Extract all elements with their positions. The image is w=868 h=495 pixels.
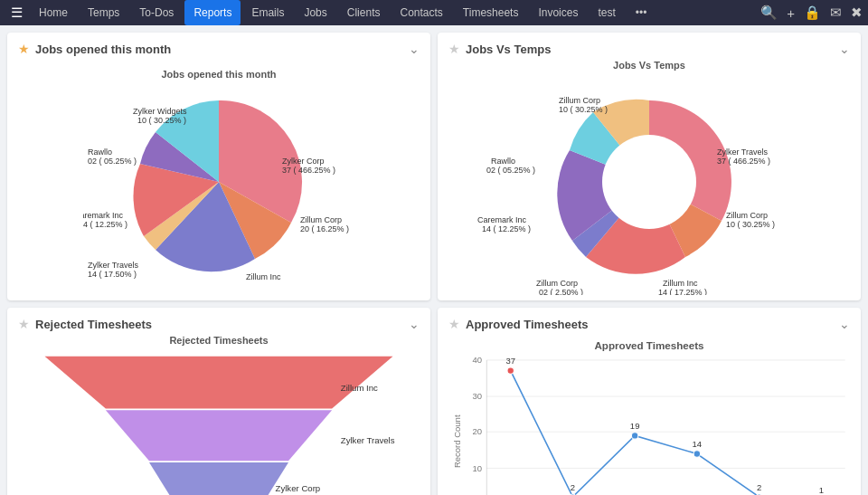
line-chart-approved: Approved Timesheets Record Count 0 10 20… <box>448 335 850 495</box>
svg-text:14 ( 12.25% ): 14 ( 12.25% ) <box>482 224 531 233</box>
card-header-rejected-timesheets: ★ Rejected Timesheets ⌄ <box>18 317 420 331</box>
funnel-chart-rejected: Zillum Inc Zylker Travels Zylker Corp <box>18 347 420 495</box>
svg-point-44 <box>693 451 700 457</box>
chart-area-jobs-vs-temps: Jobs Vs Temps <box>448 60 850 295</box>
expand-icon-approved-timesheets[interactable]: ⌄ <box>839 317 850 331</box>
card-jobs-vs-temps: ★ Jobs Vs Temps ⌄ Jobs Vs Temps <box>438 33 861 300</box>
nav-item-jobs[interactable]: Jobs <box>295 0 335 25</box>
chart-area-jobs-opened: Jobs opened this month <box>18 60 420 295</box>
svg-text:Zylker Corp: Zylker Corp <box>276 483 321 493</box>
nav-item-home[interactable]: Home <box>30 0 77 25</box>
label-zylker-widgets: Zylker Widgets <box>133 107 187 116</box>
svg-point-41 <box>507 367 514 374</box>
chart-title-jobs-opened: Jobs opened this month <box>161 69 276 80</box>
hamburger-icon[interactable]: ☰ <box>5 5 28 21</box>
svg-text:Zillum Corp: Zillum Corp <box>536 279 578 288</box>
svg-text:02 ( 05.25% ): 02 ( 05.25% ) <box>486 166 535 175</box>
label-zylker-travels-pie1: Zylker Travels <box>88 261 139 270</box>
card-jobs-opened: ★ Jobs opened this month ⌄ Jobs opened t… <box>7 33 430 300</box>
chart-area-rejected-timesheets: Rejected Timesheets Zillum Inc Zylker Tr… <box>18 335 420 495</box>
svg-text:14: 14 <box>693 439 703 449</box>
svg-text:2: 2 <box>757 482 761 492</box>
card-header-approved-timesheets: ★ Approved Timesheets ⌄ <box>448 317 850 331</box>
svg-text:37: 37 <box>505 356 515 366</box>
svg-text:14 ( 12.25% ): 14 ( 12.25% ) <box>83 220 127 229</box>
nav-item-temps[interactable]: Temps <box>79 0 128 25</box>
chart-title-jobs-vs-temps: Jobs Vs Temps <box>613 60 685 71</box>
star-icon-4[interactable]: ★ <box>448 317 460 331</box>
expand-icon-jobs-opened[interactable]: ⌄ <box>409 42 420 56</box>
svg-text:Approved Timesheets: Approved Timesheets <box>594 339 703 351</box>
nav-item-emails[interactable]: Emails <box>242 0 293 25</box>
star-icon[interactable]: ★ <box>18 42 30 56</box>
svg-text:Zylker Travels: Zylker Travels <box>341 435 395 445</box>
svg-text:Rawllo: Rawllo <box>491 157 515 166</box>
expand-icon-rejected-timesheets[interactable]: ⌄ <box>409 317 420 331</box>
svg-text:Zillum Inc: Zillum Inc <box>663 279 698 288</box>
svg-text:40: 40 <box>472 355 482 365</box>
nav-item-clients[interactable]: Clients <box>338 0 390 25</box>
svg-text:37 ( 466.25% ): 37 ( 466.25% ) <box>717 157 770 166</box>
svg-text:19: 19 <box>630 421 640 431</box>
expand-icon-jobs-vs-temps[interactable]: ⌄ <box>839 42 850 56</box>
nav-item-contacts[interactable]: Contacts <box>391 0 451 25</box>
notifications-icon[interactable]: 🔒 <box>804 5 821 21</box>
svg-text:14 ( 17.25% ): 14 ( 17.25% ) <box>658 288 707 295</box>
svg-text:Record Count: Record Count <box>452 414 462 468</box>
nav-right: 🔍 + 🔒 ✉ ✖ <box>760 5 863 21</box>
mail-icon[interactable]: ✉ <box>830 5 842 21</box>
svg-text:02 ( 2.50% ): 02 ( 2.50% ) <box>539 288 583 295</box>
svg-marker-24 <box>149 462 288 495</box>
svg-text:02 ( 05.25% ): 02 ( 05.25% ) <box>88 157 137 166</box>
svg-text:30: 30 <box>472 391 482 401</box>
nav-item-test[interactable]: test <box>589 0 624 25</box>
svg-marker-23 <box>106 410 332 461</box>
dashboard: ★ Jobs opened this month ⌄ Jobs opened t… <box>0 25 868 495</box>
label-caremark-pie1: Caremark Inc <box>83 211 124 220</box>
svg-text:20 ( 16.25% ): 20 ( 16.25% ) <box>300 224 349 233</box>
svg-text:10: 10 <box>472 463 482 473</box>
star-icon-2[interactable]: ★ <box>448 42 460 56</box>
svg-text:Zillum Corp: Zillum Corp <box>726 211 768 220</box>
card-title-rejected-timesheets: Rejected Timesheets <box>35 318 152 331</box>
navbar: ☰ Home Temps To-Dos Reports Emails Jobs … <box>0 0 868 25</box>
label-rawllo-pie1: Rawllo <box>88 148 112 157</box>
card-title-approved-timesheets: Approved Timesheets <box>466 318 589 331</box>
card-header-jobs-vs-temps: ★ Jobs Vs Temps ⌄ <box>448 42 850 56</box>
svg-text:10 ( 30.25% ): 10 ( 30.25% ) <box>559 105 608 114</box>
settings-icon[interactable]: ✖ <box>851 5 863 21</box>
nav-item-todos[interactable]: To-Dos <box>130 0 183 25</box>
star-icon-3[interactable]: ★ <box>18 317 30 331</box>
svg-point-7 <box>602 135 696 229</box>
svg-text:1: 1 <box>819 485 824 495</box>
svg-text:Zillum Inc: Zillum Inc <box>341 383 378 393</box>
card-approved-timesheets: ★ Approved Timesheets ⌄ Approved Timeshe… <box>438 308 861 495</box>
card-header-jobs-opened: ★ Jobs opened this month ⌄ <box>18 42 420 56</box>
label-zillum-corp-pie1: Zillum Corp <box>300 215 342 224</box>
card-title-jobs-opened: Jobs opened this month <box>35 43 171 56</box>
svg-text:Zillum Corp: Zillum Corp <box>559 96 600 105</box>
svg-text:37 ( 466.25% ): 37 ( 466.25% ) <box>282 166 335 175</box>
pie-chart-jobs-opened: Zylker Corp 37 ( 466.25% ) Zillum Corp 2… <box>83 82 354 281</box>
nav-item-reports[interactable]: Reports <box>184 0 241 25</box>
nav-item-more[interactable]: ••• <box>627 0 656 25</box>
svg-text:20: 20 <box>472 426 482 436</box>
svg-text:2: 2 <box>571 482 575 492</box>
svg-point-43 <box>631 433 637 439</box>
label-zillum-inc-pie1: Zillum Inc <box>246 272 281 281</box>
svg-text:Zylker Travels: Zylker Travels <box>717 148 769 157</box>
chart-title-rejected-timesheets: Rejected Timesheets <box>18 335 420 346</box>
card-rejected-timesheets: ★ Rejected Timesheets ⌄ Rejected Timeshe… <box>7 308 430 495</box>
search-icon[interactable]: 🔍 <box>760 5 778 21</box>
svg-text:Caremark Inc: Caremark Inc <box>477 215 527 224</box>
card-title-jobs-vs-temps: Jobs Vs Temps <box>466 43 551 56</box>
chart-area-approved-timesheets: Approved Timesheets Record Count 0 10 20… <box>448 335 850 495</box>
label-zylker-corp: Zylker Corp <box>282 157 325 166</box>
donut-chart-jobs-vs-temps: Zylker Travels 37 ( 466.25% ) Zillum Cor… <box>459 69 839 295</box>
nav-item-timesheets[interactable]: Timesheets <box>454 0 528 25</box>
svg-text:10 ( 30.25% ): 10 ( 30.25% ) <box>137 116 186 125</box>
svg-text:10 ( 30.25% ): 10 ( 30.25% ) <box>726 220 775 229</box>
add-icon[interactable]: + <box>787 5 795 21</box>
svg-text:14 ( 17.50% ): 14 ( 17.50% ) <box>88 270 137 279</box>
nav-item-invoices[interactable]: Invoices <box>529 0 587 25</box>
